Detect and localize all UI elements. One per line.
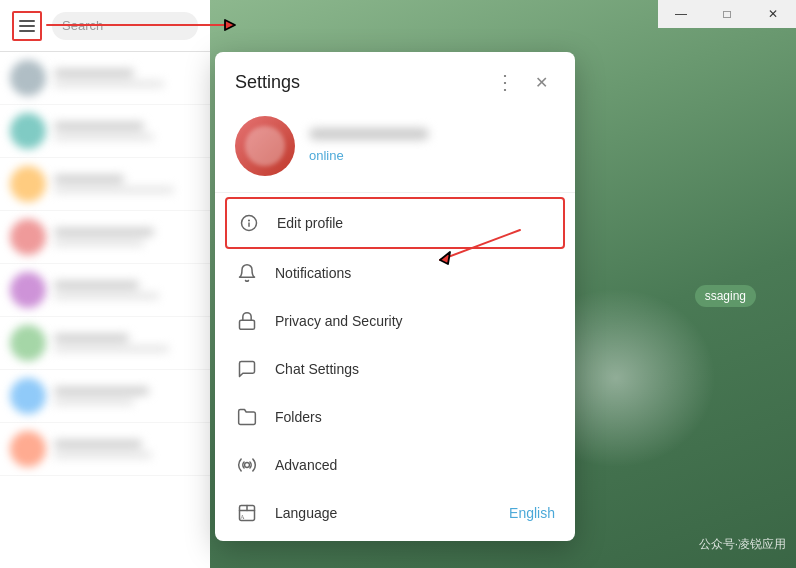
svg-line-2 <box>440 230 520 260</box>
chat-icon <box>235 357 259 381</box>
avatar <box>10 325 46 361</box>
hamburger-line-1 <box>19 20 35 22</box>
menu-item-chat-settings[interactable]: Chat Settings <box>215 345 575 393</box>
annotation-arrow-edit <box>420 220 540 280</box>
advanced-label: Advanced <box>275 457 555 473</box>
chat-info <box>54 334 200 352</box>
watermark: 公众号·凌锐应用 <box>699 536 786 553</box>
profile-section: online <box>215 108 575 193</box>
settings-modal: Settings ⋮ ✕ online <box>215 52 575 541</box>
chat-info <box>54 281 200 299</box>
avatar-inner <box>245 126 285 166</box>
avatar <box>10 272 46 308</box>
info-circle-icon <box>237 211 261 235</box>
list-item[interactable] <box>0 317 210 370</box>
window-controls: — □ ✕ <box>658 0 796 28</box>
advanced-icon <box>235 453 259 477</box>
chat-name <box>54 69 134 77</box>
chat-settings-label: Chat Settings <box>275 361 555 377</box>
profile-status: online <box>309 148 344 163</box>
close-icon: ✕ <box>535 73 548 92</box>
language-value: English <box>509 505 555 521</box>
chat-info <box>54 440 200 458</box>
privacy-label: Privacy and Security <box>275 313 555 329</box>
avatar <box>10 219 46 255</box>
svg-marker-3 <box>440 252 450 264</box>
svg-marker-1 <box>225 20 235 30</box>
svg-text:A: A <box>240 514 245 520</box>
list-item[interactable] <box>0 211 210 264</box>
chat-info <box>54 69 200 87</box>
menu-item-language[interactable]: A Language English <box>215 489 575 537</box>
hamburger-line-2 <box>19 25 35 27</box>
language-icon: A <box>235 501 259 525</box>
chat-msg <box>54 187 174 193</box>
menu-item-advanced[interactable]: Advanced <box>215 441 575 489</box>
chat-msg <box>54 134 154 140</box>
list-item[interactable] <box>0 105 210 158</box>
menu-item-folders[interactable]: Folders <box>215 393 575 441</box>
chat-name <box>54 228 154 236</box>
chat-name <box>54 175 124 183</box>
chat-info <box>54 387 200 405</box>
chat-info <box>54 228 200 246</box>
folders-label: Folders <box>275 409 555 425</box>
avatar <box>235 116 295 176</box>
annotation-arrow-top <box>35 0 255 70</box>
chat-msg <box>54 346 169 352</box>
minimize-button[interactable]: — <box>658 0 704 28</box>
modal-title: Settings <box>235 72 300 93</box>
list-item[interactable] <box>0 423 210 476</box>
maximize-button[interactable]: □ <box>704 0 750 28</box>
chat-msg <box>54 81 164 87</box>
close-modal-button[interactable]: ✕ <box>527 68 555 96</box>
avatar <box>10 378 46 414</box>
folder-icon <box>235 405 259 429</box>
chat-list <box>0 52 210 568</box>
chat-name <box>54 122 144 130</box>
messaging-badge: ssaging <box>695 285 756 307</box>
close-button[interactable]: ✕ <box>750 0 796 28</box>
avatar <box>10 113 46 149</box>
chat-msg <box>54 452 152 458</box>
avatar <box>10 166 46 202</box>
modal-header-actions: ⋮ ✕ <box>491 68 555 96</box>
lock-icon <box>235 309 259 333</box>
svg-point-8 <box>245 463 250 468</box>
list-item[interactable] <box>0 158 210 211</box>
more-icon: ⋮ <box>495 70 515 94</box>
profile-name-blurred <box>309 128 429 140</box>
chat-msg <box>54 399 134 405</box>
chat-msg <box>54 240 144 246</box>
language-label: Language <box>275 505 493 521</box>
list-item[interactable] <box>0 370 210 423</box>
modal-header: Settings ⋮ ✕ <box>215 52 575 108</box>
svg-rect-7 <box>240 320 255 329</box>
chat-name <box>54 387 149 395</box>
more-options-button[interactable]: ⋮ <box>491 68 519 96</box>
bell-icon <box>235 261 259 285</box>
chat-msg <box>54 293 159 299</box>
hamburger-line-3 <box>19 30 35 32</box>
avatar <box>10 431 46 467</box>
chat-name <box>54 281 139 289</box>
chat-info <box>54 175 200 193</box>
chat-name <box>54 440 142 448</box>
avatar-container <box>235 116 295 176</box>
profile-info: online <box>309 128 555 164</box>
menu-item-privacy[interactable]: Privacy and Security <box>215 297 575 345</box>
chat-info <box>54 122 200 140</box>
chat-name <box>54 334 129 342</box>
list-item[interactable] <box>0 264 210 317</box>
